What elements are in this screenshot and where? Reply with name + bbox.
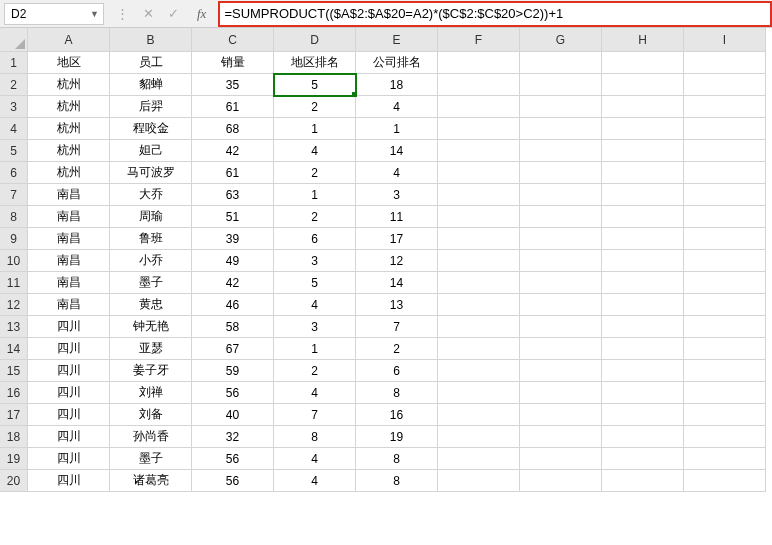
- cell-A11[interactable]: 南昌: [28, 272, 110, 294]
- cell-A20[interactable]: 四川: [28, 470, 110, 492]
- cell-E10[interactable]: 12: [356, 250, 438, 272]
- cell-I19[interactable]: [684, 448, 766, 470]
- cell-D11[interactable]: 5: [274, 272, 356, 294]
- cell-G7[interactable]: [520, 184, 602, 206]
- cell-A15[interactable]: 四川: [28, 360, 110, 382]
- chevron-down-icon[interactable]: ▼: [90, 9, 99, 19]
- cell-C1[interactable]: 销量: [192, 52, 274, 74]
- cell-C14[interactable]: 67: [192, 338, 274, 360]
- cell-I10[interactable]: [684, 250, 766, 272]
- cell-E17[interactable]: 16: [356, 404, 438, 426]
- cell-A17[interactable]: 四川: [28, 404, 110, 426]
- cell-C12[interactable]: 46: [192, 294, 274, 316]
- cell-A4[interactable]: 杭州: [28, 118, 110, 140]
- cell-I4[interactable]: [684, 118, 766, 140]
- cell-H15[interactable]: [602, 360, 684, 382]
- fx-icon[interactable]: fx: [193, 6, 210, 22]
- cell-G2[interactable]: [520, 74, 602, 96]
- cell-E19[interactable]: 8: [356, 448, 438, 470]
- cell-G19[interactable]: [520, 448, 602, 470]
- cell-B15[interactable]: 姜子牙: [110, 360, 192, 382]
- row-header[interactable]: 4: [0, 118, 28, 140]
- cell-D12[interactable]: 4: [274, 294, 356, 316]
- cell-A12[interactable]: 南昌: [28, 294, 110, 316]
- cell-D18[interactable]: 8: [274, 426, 356, 448]
- cell-C15[interactable]: 59: [192, 360, 274, 382]
- cell-H5[interactable]: [602, 140, 684, 162]
- cell-B5[interactable]: 妲己: [110, 140, 192, 162]
- cell-G16[interactable]: [520, 382, 602, 404]
- cell-E9[interactable]: 17: [356, 228, 438, 250]
- cell-H16[interactable]: [602, 382, 684, 404]
- cell-A3[interactable]: 杭州: [28, 96, 110, 118]
- cell-I17[interactable]: [684, 404, 766, 426]
- cell-E4[interactable]: 1: [356, 118, 438, 140]
- column-header-C[interactable]: C: [192, 28, 274, 52]
- cell-E1[interactable]: 公司排名: [356, 52, 438, 74]
- row-header[interactable]: 17: [0, 404, 28, 426]
- cell-E8[interactable]: 11: [356, 206, 438, 228]
- cell-G8[interactable]: [520, 206, 602, 228]
- cell-C6[interactable]: 61: [192, 162, 274, 184]
- cell-A1[interactable]: 地区: [28, 52, 110, 74]
- cell-F13[interactable]: [438, 316, 520, 338]
- row-header[interactable]: 19: [0, 448, 28, 470]
- cell-B12[interactable]: 黄忠: [110, 294, 192, 316]
- cell-A8[interactable]: 南昌: [28, 206, 110, 228]
- cell-H14[interactable]: [602, 338, 684, 360]
- cell-A5[interactable]: 杭州: [28, 140, 110, 162]
- cell-I15[interactable]: [684, 360, 766, 382]
- cell-F9[interactable]: [438, 228, 520, 250]
- row-header[interactable]: 15: [0, 360, 28, 382]
- name-box[interactable]: D2 ▼: [4, 3, 104, 25]
- row-header[interactable]: 18: [0, 426, 28, 448]
- row-header[interactable]: 12: [0, 294, 28, 316]
- cell-I13[interactable]: [684, 316, 766, 338]
- cell-A7[interactable]: 南昌: [28, 184, 110, 206]
- cell-C13[interactable]: 58: [192, 316, 274, 338]
- cell-H1[interactable]: [602, 52, 684, 74]
- cell-C19[interactable]: 56: [192, 448, 274, 470]
- cell-H4[interactable]: [602, 118, 684, 140]
- cell-B3[interactable]: 后羿: [110, 96, 192, 118]
- cell-H20[interactable]: [602, 470, 684, 492]
- cell-G15[interactable]: [520, 360, 602, 382]
- cell-B20[interactable]: 诸葛亮: [110, 470, 192, 492]
- cell-F3[interactable]: [438, 96, 520, 118]
- cell-D10[interactable]: 3: [274, 250, 356, 272]
- cell-D1[interactable]: 地区排名: [274, 52, 356, 74]
- cell-G4[interactable]: [520, 118, 602, 140]
- cell-H7[interactable]: [602, 184, 684, 206]
- cell-H3[interactable]: [602, 96, 684, 118]
- cell-F17[interactable]: [438, 404, 520, 426]
- cell-C8[interactable]: 51: [192, 206, 274, 228]
- cell-H8[interactable]: [602, 206, 684, 228]
- cell-G5[interactable]: [520, 140, 602, 162]
- column-header-I[interactable]: I: [684, 28, 766, 52]
- cell-G18[interactable]: [520, 426, 602, 448]
- cell-H2[interactable]: [602, 74, 684, 96]
- row-header[interactable]: 3: [0, 96, 28, 118]
- column-header-G[interactable]: G: [520, 28, 602, 52]
- cell-H6[interactable]: [602, 162, 684, 184]
- cell-I6[interactable]: [684, 162, 766, 184]
- cell-E7[interactable]: 3: [356, 184, 438, 206]
- confirm-icon[interactable]: ✓: [168, 6, 179, 21]
- cell-H18[interactable]: [602, 426, 684, 448]
- row-header[interactable]: 20: [0, 470, 28, 492]
- cell-C4[interactable]: 68: [192, 118, 274, 140]
- cell-I5[interactable]: [684, 140, 766, 162]
- cell-F1[interactable]: [438, 52, 520, 74]
- cell-A9[interactable]: 南昌: [28, 228, 110, 250]
- cell-H13[interactable]: [602, 316, 684, 338]
- row-header[interactable]: 9: [0, 228, 28, 250]
- row-header[interactable]: 1: [0, 52, 28, 74]
- cell-F19[interactable]: [438, 448, 520, 470]
- row-header[interactable]: 11: [0, 272, 28, 294]
- row-header[interactable]: 8: [0, 206, 28, 228]
- cell-C9[interactable]: 39: [192, 228, 274, 250]
- cell-F6[interactable]: [438, 162, 520, 184]
- cell-F12[interactable]: [438, 294, 520, 316]
- cell-D7[interactable]: 1: [274, 184, 356, 206]
- cell-D6[interactable]: 2: [274, 162, 356, 184]
